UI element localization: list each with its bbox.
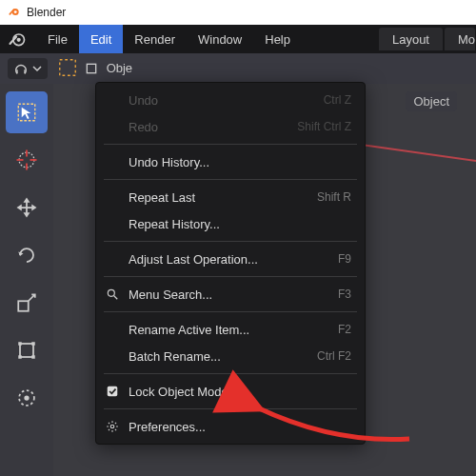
os-titlebar: Blender bbox=[0, 0, 476, 25]
axis-line bbox=[363, 144, 476, 162]
object-mode-icon bbox=[84, 61, 99, 76]
menu-item-rename-active[interactable]: Rename Active Item... F2 bbox=[96, 316, 365, 343]
svg-point-1 bbox=[14, 10, 17, 13]
snap-pulldown[interactable] bbox=[8, 58, 48, 79]
svg-point-20 bbox=[108, 289, 114, 296]
svg-rect-12 bbox=[18, 301, 29, 311]
svg-rect-5 bbox=[87, 65, 95, 73]
svg-point-23 bbox=[110, 425, 114, 428]
menu-help[interactable]: Help bbox=[253, 25, 302, 53]
menu-item-menu-search[interactable]: Menu Search... F3 bbox=[96, 281, 365, 307]
app-title: Blender bbox=[27, 6, 66, 19]
blender-app-icon bbox=[8, 5, 21, 21]
tool-scale[interactable] bbox=[6, 282, 48, 324]
tool-move[interactable] bbox=[6, 187, 48, 228]
menu-window[interactable]: Window bbox=[187, 25, 253, 53]
menu-item-repeat-history[interactable]: Repeat History... bbox=[96, 210, 365, 237]
menu-item-batch-rename[interactable]: Batch Rename... Ctrl F2 bbox=[96, 343, 365, 369]
menu-separator bbox=[104, 179, 357, 180]
svg-rect-13 bbox=[20, 344, 33, 357]
tool-cursor[interactable] bbox=[6, 139, 48, 181]
checkbox-checked-icon bbox=[106, 385, 119, 398]
top-menubar: File Edit Render Window Help Layout Mo bbox=[0, 25, 476, 53]
menu-separator bbox=[104, 241, 357, 242]
svg-rect-4 bbox=[60, 59, 76, 75]
annotation-arrow bbox=[248, 396, 419, 457]
svg-rect-14 bbox=[18, 342, 22, 346]
workspace-tab-modeling[interactable]: Mo bbox=[445, 28, 475, 50]
menu-item-undo-history[interactable]: Undo History... bbox=[96, 149, 365, 175]
svg-point-3 bbox=[17, 38, 21, 42]
tool-annotate[interactable] bbox=[6, 377, 48, 419]
menu-separator bbox=[104, 311, 357, 312]
tool-select-box[interactable] bbox=[6, 91, 48, 133]
svg-line-21 bbox=[114, 296, 118, 300]
gear-icon bbox=[106, 420, 119, 433]
menu-item-adjust-last[interactable]: Adjust Last Operation... F9 bbox=[96, 246, 365, 272]
menu-separator bbox=[104, 144, 357, 145]
toolbar-left bbox=[0, 84, 53, 476]
cursor-tool-indicator[interactable] bbox=[57, 57, 78, 81]
mode-label: Obje bbox=[107, 61, 132, 75]
menu-render[interactable]: Render bbox=[123, 25, 187, 53]
workspace-tab-layout[interactable]: Layout bbox=[379, 28, 443, 50]
menu-item-undo[interactable]: Undo Ctrl Z bbox=[96, 87, 365, 113]
menu-item-redo[interactable]: Redo Shift Ctrl Z bbox=[96, 113, 365, 140]
svg-point-19 bbox=[24, 395, 29, 400]
search-icon bbox=[106, 288, 119, 301]
menu-edit[interactable]: Edit bbox=[79, 25, 123, 53]
snap-icon bbox=[13, 61, 29, 76]
svg-rect-16 bbox=[18, 355, 22, 359]
blender-logo-icon[interactable] bbox=[0, 30, 36, 49]
svg-rect-15 bbox=[31, 342, 35, 346]
chevron-down-icon bbox=[32, 64, 42, 73]
svg-rect-17 bbox=[31, 355, 35, 359]
mode-selector[interactable]: Obje bbox=[84, 61, 132, 77]
menu-separator bbox=[104, 276, 357, 277]
menu-item-repeat-last[interactable]: Repeat Last Shift R bbox=[96, 184, 365, 210]
menu-file[interactable]: File bbox=[36, 25, 79, 53]
header-toolbar: Obje bbox=[0, 53, 476, 84]
tool-transform[interactable] bbox=[6, 329, 48, 371]
tool-rotate[interactable] bbox=[6, 234, 48, 276]
edit-menu-dropdown: Undo Ctrl Z Redo Shift Ctrl Z Undo Histo… bbox=[95, 82, 366, 445]
menu-separator bbox=[104, 373, 357, 374]
svg-rect-22 bbox=[108, 387, 118, 397]
object-label: Object bbox=[406, 91, 457, 111]
